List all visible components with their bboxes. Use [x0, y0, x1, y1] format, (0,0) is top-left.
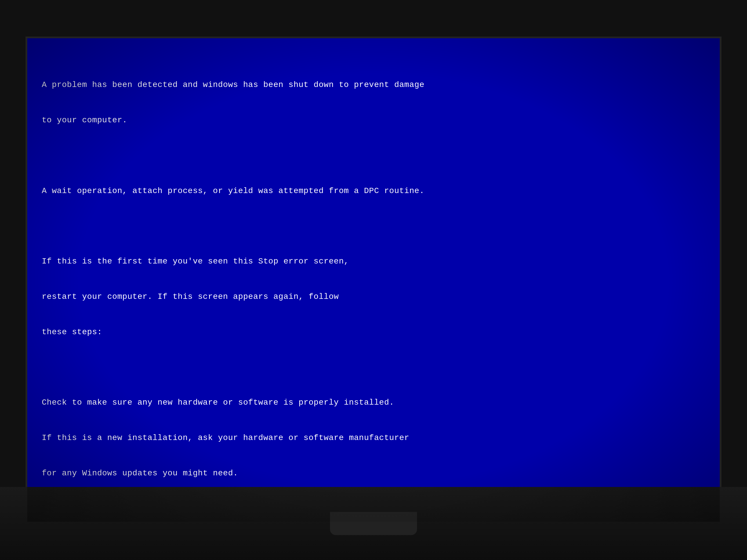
- bsod-screen: A problem has been detected and windows …: [26, 36, 721, 524]
- bsod-line-9: for any Windows updates you might need.: [42, 468, 711, 479]
- bsod-line-8: If this is a new installation, ask your …: [42, 432, 711, 444]
- monitor-outer: A problem has been detected and windows …: [0, 0, 747, 560]
- monitor-stand: [330, 512, 417, 535]
- bsod-spacer-2: [42, 220, 711, 232]
- bsod-spacer-1: [42, 150, 711, 162]
- bsod-line-3: A wait operation, attach process, or yie…: [42, 185, 711, 197]
- bsod-line-1: A problem has been detected and windows …: [42, 79, 711, 91]
- monitor-bottom: [0, 487, 747, 560]
- bsod-spacer-3: [42, 362, 711, 373]
- bsod-line-5: restart your computer. If this screen ap…: [42, 291, 711, 303]
- bsod-line-6: these steps:: [42, 326, 711, 338]
- bsod-line-7: Check to make sure any new hardware or s…: [42, 397, 711, 409]
- bsod-content: A problem has been detected and windows …: [42, 56, 711, 504]
- bsod-line-4: If this is the first time you've seen th…: [42, 256, 711, 268]
- bsod-line-2: to your computer.: [42, 114, 711, 126]
